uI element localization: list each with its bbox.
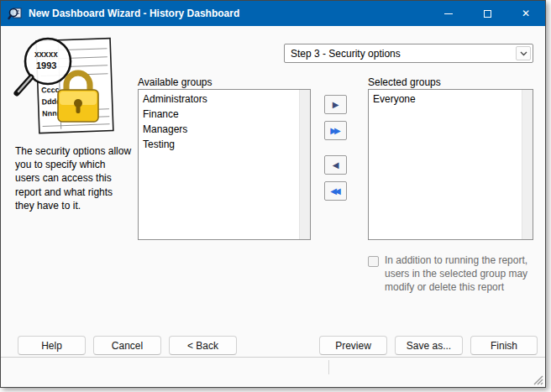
report-security-illustration: Cccc... Dddd... Nnnn... xxxxx 1993 bbox=[11, 36, 129, 142]
cancel-button[interactable]: Cancel bbox=[93, 336, 161, 355]
selected-groups-list[interactable]: Everyone bbox=[368, 89, 533, 240]
arrow-right-icon: ▶ bbox=[333, 101, 339, 109]
step-description: The security options allow you to specif… bbox=[15, 144, 132, 212]
titlebar: New Dashboard Wizard - History Dashboard… bbox=[1, 1, 545, 26]
app-icon bbox=[8, 6, 23, 21]
window-title: New Dashboard Wizard - History Dashboard bbox=[29, 8, 239, 19]
status-bar-separator bbox=[328, 360, 329, 374]
chevron-down-icon bbox=[520, 51, 527, 56]
finish-button[interactable]: Finish bbox=[470, 336, 538, 355]
magnifier-text-1: xxxxx bbox=[34, 50, 58, 59]
move-left-button[interactable]: ◀ bbox=[324, 155, 347, 175]
maximize-button[interactable] bbox=[468, 1, 506, 26]
selected-groups-label: Selected groups bbox=[368, 76, 441, 88]
dialog-window: New Dashboard Wizard - History Dashboard… bbox=[0, 0, 546, 388]
illustration-graphic: Cccc... Dddd... Nnnn... xxxxx 1993 bbox=[11, 36, 129, 142]
arrow-left-icon: ◀ bbox=[333, 161, 339, 170]
available-groups-label: Available groups bbox=[138, 76, 213, 88]
double-arrow-left-icon: ◀◀ bbox=[330, 187, 338, 196]
list-item[interactable]: Testing bbox=[139, 137, 299, 152]
list-item[interactable]: Finance bbox=[139, 107, 299, 122]
list-item[interactable]: Everyone bbox=[369, 91, 522, 107]
combobox-dropdown-button[interactable] bbox=[516, 46, 531, 60]
back-button[interactable]: < Back bbox=[169, 336, 237, 355]
resize-grip[interactable] bbox=[533, 374, 543, 385]
save-as-button[interactable]: Save as... bbox=[395, 336, 463, 355]
step-combobox-value: Step 3 - Security options bbox=[291, 48, 401, 60]
close-icon: ✕ bbox=[522, 8, 530, 18]
minimize-button[interactable] bbox=[429, 1, 468, 26]
available-groups-list[interactable]: Administrators Finance Managers Testing bbox=[138, 89, 311, 240]
list-item[interactable]: Managers bbox=[139, 122, 299, 137]
close-button[interactable]: ✕ bbox=[506, 1, 545, 26]
window-controls: ✕ bbox=[429, 1, 545, 26]
maximize-icon bbox=[484, 10, 491, 18]
move-right-button[interactable]: ▶ bbox=[324, 95, 347, 114]
minimize-icon bbox=[444, 13, 453, 14]
magnifier-text-2: 1993 bbox=[36, 60, 56, 71]
modify-rights-checkbox-row: In addition to running the report, users… bbox=[368, 254, 543, 294]
available-groups-scrollbar[interactable] bbox=[299, 90, 310, 239]
modify-rights-checkbox[interactable] bbox=[368, 256, 379, 267]
status-bar bbox=[1, 357, 545, 387]
screenshot-stage: New Dashboard Wizard - History Dashboard… bbox=[0, 0, 551, 392]
modify-rights-checkbox-label: In addition to running the report, users… bbox=[385, 254, 543, 294]
preview-button[interactable]: Preview bbox=[319, 336, 387, 355]
double-arrow-right-icon: ▶▶ bbox=[330, 127, 338, 135]
list-item[interactable]: Administrators bbox=[139, 91, 299, 107]
available-groups-items: Administrators Finance Managers Testing bbox=[139, 90, 299, 239]
selected-groups-items: Everyone bbox=[369, 90, 522, 239]
move-all-right-button[interactable]: ▶▶ bbox=[324, 121, 347, 140]
help-button[interactable]: Help bbox=[18, 336, 86, 355]
step-combobox[interactable]: Step 3 - Security options bbox=[284, 44, 533, 63]
selected-groups-scrollbar[interactable] bbox=[522, 90, 533, 239]
move-all-left-button[interactable]: ◀◀ bbox=[324, 181, 347, 201]
